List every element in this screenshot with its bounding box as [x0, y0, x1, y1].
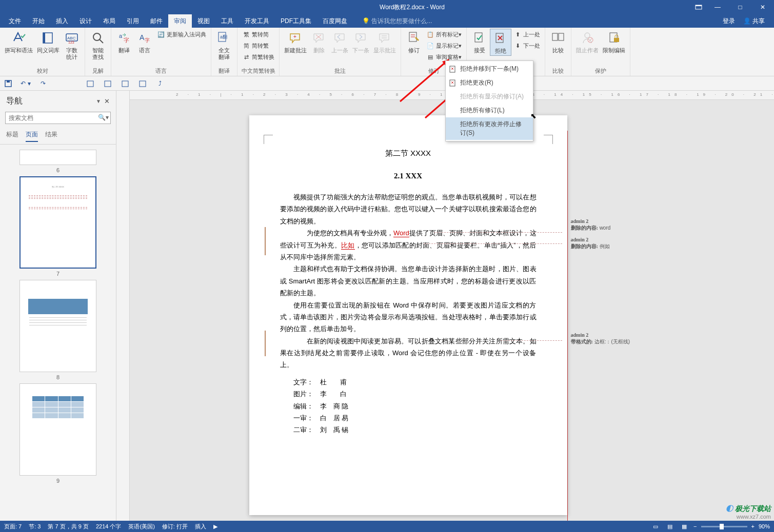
prev-change-button[interactable]: ⬆上一处 [511, 29, 542, 40]
new-comment-button[interactable]: +新建批注 [282, 29, 309, 55]
revision-pane: admin 2删除的内容: word admin 2删除的内容: 例如 admi… [568, 115, 655, 505]
page-thumb-7[interactable]: 第二节 XXXX 7 [19, 176, 96, 277]
share-button[interactable]: 👤 共享 [739, 17, 769, 26]
qat-btn-a[interactable] [85, 78, 95, 89]
redo-button[interactable]: ↷ [38, 78, 48, 89]
group-cnconv-label: 中文简繁转换 [240, 66, 276, 76]
svg-rect-45 [7, 80, 10, 83]
reject-all-shown[interactable]: 拒绝所有显示的修订(A) [446, 90, 533, 104]
simp-to-trad-button[interactable]: 简简转繁 [240, 40, 276, 51]
page-thumb-8[interactable]: 8 [19, 280, 96, 380]
nav-tabs: 标题 页面 结果 [0, 126, 116, 145]
maximize-button[interactable]: □ [729, 0, 751, 14]
vertical-ruler[interactable] [116, 91, 130, 521]
svg-rect-48 [122, 81, 128, 87]
translate-button[interactable]: a字翻译 [114, 29, 134, 55]
svg-rect-23 [475, 33, 482, 42]
ribbon-tabs: 文件 开始 插入 设计 布局 引用 邮件 审阅 视图 工具 开发工具 PDF工具… [0, 14, 774, 28]
revision-item[interactable]: admin 2删除的内容: 例如 [571, 236, 652, 250]
svg-rect-47 [105, 81, 111, 87]
tab-developer[interactable]: 开发工具 [239, 14, 275, 28]
nav-tab-results[interactable]: 结果 [45, 130, 57, 142]
svg-text:ABC: ABC [67, 36, 76, 40]
reject-all-stop[interactable]: 拒绝所有更改并停止修订(S) [446, 117, 533, 140]
reject-move-next[interactable]: 拒绝并移到下一条(M) [446, 62, 533, 76]
search-icon[interactable]: 🔍▾ [98, 114, 109, 121]
nav-tab-pages[interactable]: 页面 [26, 130, 38, 142]
nav-title: 导航 [6, 96, 96, 107]
tab-tools[interactable]: 工具 [215, 14, 239, 28]
reject-all[interactable]: 拒绝所有修订(L) [446, 104, 533, 117]
svg-rect-46 [87, 81, 93, 87]
reject-change[interactable]: 拒绝更改(R) [446, 76, 533, 90]
ribbon-options-icon[interactable] [691, 0, 706, 14]
page-thumb-9[interactable]: 9 [19, 383, 96, 484]
qat-btn-c[interactable] [120, 78, 130, 89]
tell-me-input[interactable]: 💡 告诉我您想要做什么... [362, 17, 432, 26]
tab-view[interactable]: 视图 [192, 14, 215, 28]
cursor-icon: ⬉ [530, 112, 537, 120]
svg-text:A: A [140, 33, 145, 42]
trad-to-simp-button[interactable]: 繁繁转简 [240, 29, 276, 40]
tab-baidu[interactable]: 百度网盘 [317, 14, 353, 28]
smart-lookup-button[interactable]: 智能 查找 [88, 29, 108, 62]
qat-btn-d[interactable] [137, 78, 148, 89]
tab-home[interactable]: 开始 [27, 14, 50, 28]
revision-item[interactable]: admin 2删除的内容: word [571, 218, 652, 231]
search-input[interactable] [5, 112, 111, 124]
svg-point-29 [585, 33, 590, 38]
qat-btn-b[interactable] [103, 78, 113, 89]
document-canvas[interactable]: 第二节 XXXX 2.1 XXX 视频提供了功能强大的方法帮助您证明您的观点。当… [130, 100, 774, 521]
tab-insert[interactable]: 插入 [50, 14, 74, 28]
markup-dropdown[interactable]: 📋所有标记 ▾ [424, 29, 464, 40]
word-count-button[interactable]: ABC123字数 统计 [62, 29, 82, 62]
tracked-change: Word [393, 229, 409, 237]
compare-button[interactable]: 比较 [548, 29, 568, 55]
paragraph: 主题和样式也有助于文档保持协调。当您单击设计并选择新的主题时，图片、图表或 Sm… [280, 263, 537, 299]
next-comment-button[interactable]: 下一条 [350, 29, 371, 55]
tab-mailings[interactable]: 邮件 [145, 14, 168, 28]
close-button[interactable]: ✕ [751, 0, 774, 14]
revision-item[interactable]: admin 2带格式的: 边框:：(无框线) [571, 332, 652, 345]
reject-button[interactable]: 拒绝 [490, 29, 511, 56]
prev-comment-button[interactable]: 上一条 [329, 29, 350, 55]
window-title: Word教程2.docx - Word [380, 3, 445, 12]
svg-rect-33 [614, 38, 619, 42]
track-changes-button[interactable]: 修订 [404, 29, 424, 55]
tab-review[interactable]: 审阅 [168, 14, 192, 28]
minimize-button[interactable]: — [706, 0, 729, 14]
next-change-button[interactable]: ⬇下一处 [511, 40, 542, 51]
convert-button[interactable]: ⇄简繁转换 [240, 51, 276, 63]
restrict-editing-button[interactable]: 限制编辑 [601, 29, 627, 55]
login-button[interactable]: 登录 [719, 17, 739, 26]
nav-dropdown-icon[interactable]: ▼ [96, 98, 101, 104]
tab-file[interactable]: 文件 [3, 14, 27, 28]
save-button[interactable] [3, 78, 13, 89]
tab-layout[interactable]: 布局 [97, 14, 121, 28]
undo-button[interactable]: ↶ ▾ [21, 78, 31, 89]
tab-references[interactable]: 引用 [121, 14, 145, 28]
thesaurus-button[interactable]: 同义词库 [35, 29, 62, 55]
nav-close-button[interactable]: ✕ [104, 97, 110, 105]
svg-text:+: + [293, 34, 296, 39]
show-comments-button[interactable]: 显示批注 [371, 29, 398, 55]
update-ime-button[interactable]: 🔄更新输入法词典 [155, 29, 208, 40]
qat-btn-e[interactable]: ⤴ [155, 78, 165, 89]
accept-button[interactable]: 接受 [469, 29, 490, 55]
spelling-button[interactable]: 拼写和语法 [3, 29, 35, 55]
paragraph: 视频提供了功能强大的方法帮助您证明您的观点。当您单击联机视频时，可以在想要添加的… [280, 191, 537, 227]
delete-comment-button[interactable]: 删除 [309, 29, 329, 55]
tab-design[interactable]: 设计 [74, 14, 97, 28]
nav-tab-headings[interactable]: 标题 [6, 130, 18, 142]
full-translate-button[interactable]: a翻全文 翻译 [214, 29, 234, 62]
watermark: ◐ 极光下载站 www.xz7.com [726, 504, 771, 520]
title-bar: Word教程2.docx - Word — □ ✕ [0, 0, 774, 14]
svg-rect-28 [559, 33, 564, 40]
page-thumb-6[interactable]: 6 [19, 150, 96, 173]
show-markup-button[interactable]: 📄显示标记 ▾ [424, 40, 464, 51]
tab-pdf[interactable]: PDF工具集 [275, 14, 317, 28]
navigation-pane: 导航 ▼ ✕ 🔍▾ 标题 页面 结果 6 第二节 XXXX 7 [0, 91, 116, 521]
svg-text:字: 字 [124, 37, 129, 43]
language-button[interactable]: A字语言 [134, 29, 155, 55]
block-authors-button[interactable]: 阻止作者 [574, 29, 601, 55]
